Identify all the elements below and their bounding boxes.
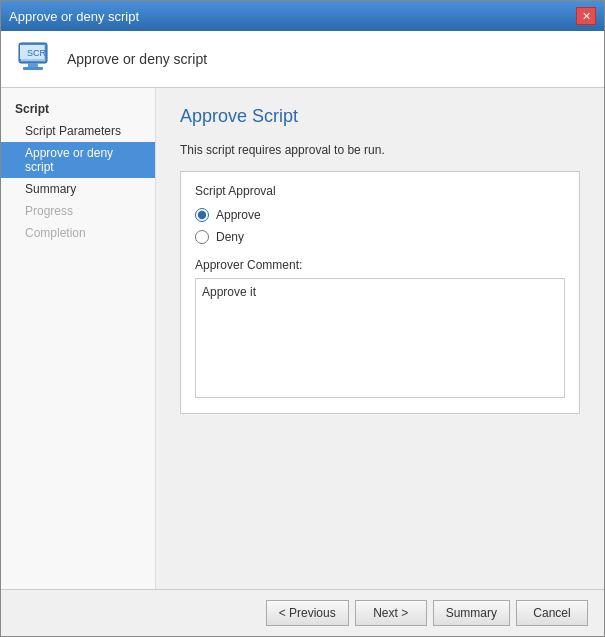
approval-group: Script Approval Approve Deny Approver Co… — [180, 171, 580, 414]
main-panel: Approve Script This script requires appr… — [156, 88, 604, 589]
approve-radio[interactable] — [195, 208, 209, 222]
header-title: Approve or deny script — [67, 51, 207, 67]
window-title: Approve or deny script — [9, 9, 139, 24]
sidebar-section-script: Script — [1, 98, 155, 120]
sidebar-item-completion: Completion — [1, 222, 155, 244]
sidebar-item-approve-deny[interactable]: Approve or deny script — [1, 142, 155, 178]
deny-option[interactable]: Deny — [195, 230, 565, 244]
approval-group-label: Script Approval — [195, 184, 565, 198]
next-button[interactable]: Next > — [355, 600, 427, 626]
sidebar-item-script-parameters[interactable]: Script Parameters — [1, 120, 155, 142]
close-button[interactable]: ✕ — [576, 7, 596, 25]
description-text: This script requires approval to be run. — [180, 143, 580, 157]
sidebar-item-summary[interactable]: Summary — [1, 178, 155, 200]
title-bar-controls: ✕ — [576, 7, 596, 25]
cancel-button[interactable]: Cancel — [516, 600, 588, 626]
summary-button[interactable]: Summary — [433, 600, 510, 626]
page-title: Approve Script — [180, 106, 580, 127]
approve-label: Approve — [216, 208, 261, 222]
footer: < Previous Next > Summary Cancel — [1, 589, 604, 636]
sidebar: Script Script Parameters Approve or deny… — [1, 88, 156, 589]
approve-option[interactable]: Approve — [195, 208, 565, 222]
svg-rect-3 — [23, 67, 43, 70]
sidebar-item-progress: Progress — [1, 200, 155, 222]
previous-button[interactable]: < Previous — [266, 600, 349, 626]
svg-rect-2 — [28, 63, 38, 67]
comment-label: Approver Comment: — [195, 258, 565, 272]
content-area: Script Script Parameters Approve or deny… — [1, 88, 604, 589]
main-window: Approve or deny script ✕ SCR Approve or … — [0, 0, 605, 637]
svg-text:SCR: SCR — [27, 48, 47, 58]
header-icon: SCR — [15, 41, 55, 77]
title-bar: Approve or deny script ✕ — [1, 1, 604, 31]
comment-textarea[interactable]: Approve it — [195, 278, 565, 398]
comment-section: Approver Comment: Approve it — [195, 258, 565, 401]
header-bar: SCR Approve or deny script — [1, 31, 604, 88]
deny-radio[interactable] — [195, 230, 209, 244]
deny-label: Deny — [216, 230, 244, 244]
